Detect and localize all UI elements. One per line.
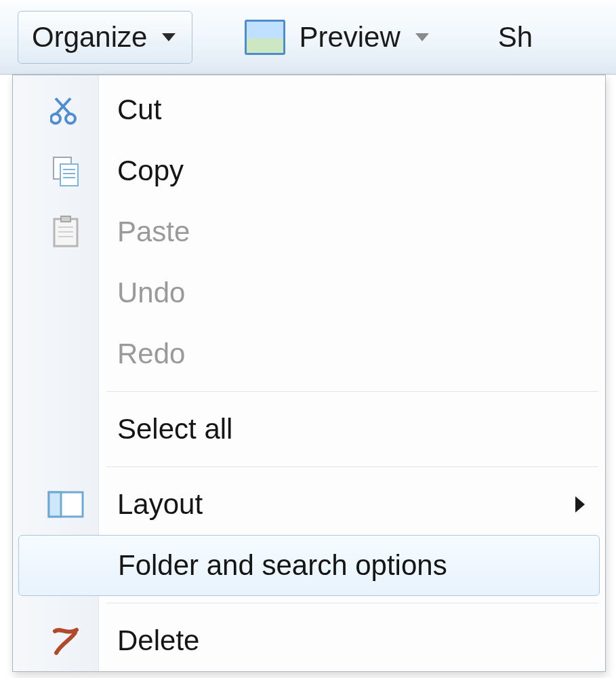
svg-rect-10 — [61, 216, 70, 222]
dropdown-caret-icon — [415, 33, 429, 41]
photo-preview-icon — [245, 20, 285, 55]
menu-separator — [106, 603, 598, 603]
menu-item-label: Delete — [98, 624, 199, 657]
partial-button[interactable]: Sh — [484, 11, 533, 64]
menu-item-folder-search-options[interactable]: Folder and search options — [18, 535, 600, 596]
menu-item-label: Cut — [98, 94, 161, 126]
dropdown-caret-icon — [162, 33, 176, 41]
scissors-icon — [33, 94, 98, 125]
clipboard-icon — [33, 215, 98, 249]
menu-item-label: Undo — [98, 277, 185, 309]
svg-point-3 — [66, 114, 75, 123]
explorer-toolbar: Organize Preview Sh — [0, 0, 616, 75]
copy-icon — [33, 155, 98, 187]
menu-item-label: Layout — [98, 488, 203, 521]
organize-menu: Cut Copy Paste — [12, 75, 606, 672]
menu-item-delete[interactable]: Delete — [13, 610, 605, 671]
menu-item-select-all[interactable]: Select all — [13, 399, 605, 460]
menu-item-undo: Undo — [13, 262, 605, 323]
layout-icon — [33, 490, 98, 519]
menu-separator — [106, 391, 598, 392]
submenu-arrow-icon — [575, 496, 585, 513]
delete-x-icon — [33, 626, 98, 656]
organize-label: Organize — [32, 23, 147, 52]
partial-label: Sh — [498, 23, 533, 52]
menu-item-cut[interactable]: Cut — [13, 79, 605, 140]
menu-item-label: Select all — [98, 413, 232, 445]
svg-point-2 — [51, 114, 60, 123]
organize-button[interactable]: Organize — [18, 11, 192, 64]
menu-item-redo: Redo — [13, 323, 605, 384]
preview-button[interactable]: Preview — [230, 11, 445, 64]
svg-rect-15 — [49, 492, 61, 517]
menu-item-paste: Paste — [13, 201, 605, 262]
menu-item-label: Redo — [98, 338, 185, 370]
menu-item-label: Copy — [98, 155, 184, 187]
menu-item-copy[interactable]: Copy — [13, 140, 605, 201]
svg-rect-5 — [60, 164, 78, 186]
preview-label: Preview — [299, 23, 400, 52]
menu-item-layout[interactable]: Layout — [13, 474, 605, 535]
menu-item-label: Paste — [98, 216, 190, 248]
menu-separator — [106, 466, 598, 467]
menu-item-label: Folder and search options — [99, 549, 447, 582]
